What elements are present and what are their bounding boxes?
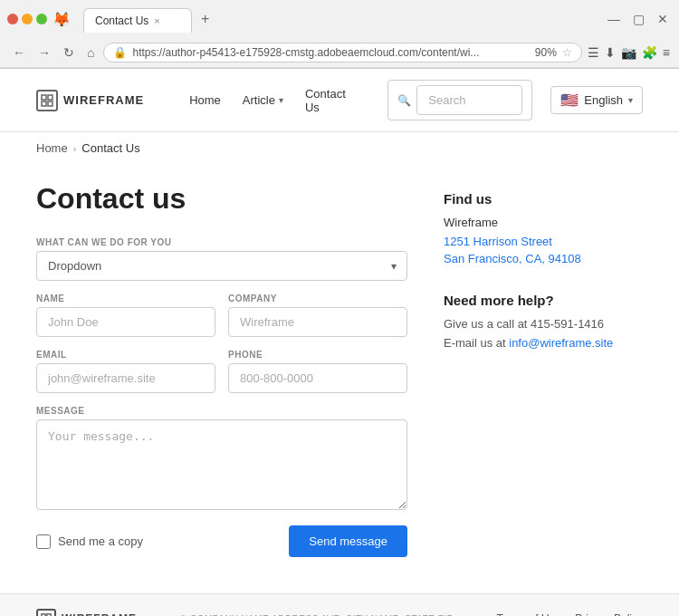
url-bar[interactable]: 🔒 https://author-p45413-e175928-cmstg.ad… [103, 43, 581, 63]
svg-rect-3 [48, 101, 53, 106]
download-icon[interactable]: ⬇ [605, 45, 616, 60]
window-close-btn[interactable]: ✕ [654, 10, 672, 28]
logo-box [36, 90, 58, 111]
what-can-we-do-group: WHAT CAN WE DO FOR YOU Dropdown [36, 237, 407, 281]
send-copy-checkbox[interactable] [36, 534, 51, 549]
active-tab[interactable]: Contact Us × [83, 8, 192, 33]
search-input[interactable] [416, 85, 522, 115]
svg-rect-1 [48, 95, 53, 100]
footer-logo-text: WIREFRAME [62, 612, 137, 616]
nav-home[interactable]: Home [180, 88, 230, 112]
phone-label: PHONE [228, 350, 407, 360]
window-restore-btn[interactable]: ▢ [629, 10, 648, 28]
tab-title: Contact Us [95, 14, 148, 27]
lang-dropdown-arrow: ▾ [628, 95, 633, 105]
email-input[interactable] [36, 363, 215, 393]
email-text: E-mail us at info@wireframe.site [444, 336, 643, 350]
find-us-section: Find us Wireframe 1251 Harrison Street S… [444, 191, 643, 265]
message-label: MESSAGE [36, 406, 407, 416]
svg-rect-2 [42, 101, 46, 106]
terms-link[interactable]: Terms of Use [497, 612, 561, 616]
search-box[interactable]: 🔍 [387, 80, 532, 120]
what-can-we-do-dropdown[interactable]: Dropdown [36, 251, 407, 281]
menu-icon[interactable]: ≡ [663, 45, 670, 60]
form-actions: Send me a copy Send message [36, 525, 407, 557]
home-btn[interactable]: ⌂ [83, 43, 98, 62]
forward-btn[interactable]: → [34, 43, 54, 62]
name-label: NAME [36, 294, 215, 303]
phone-group: PHONE [228, 350, 407, 393]
browser-chrome: 🦊 Contact Us × + — ▢ ✕ ← → ↻ ⌂ 🔒 https:/… [0, 0, 679, 69]
email-prefix: E-mail us at [444, 336, 509, 350]
sidebar-address-line1[interactable]: 1251 Harrison Street [444, 235, 643, 248]
star-icon[interactable]: ☆ [562, 46, 572, 59]
nav-contact[interactable]: Contact Us [296, 82, 369, 120]
footer-logo-box [36, 609, 56, 616]
breadcrumb-home[interactable]: Home [36, 141, 68, 155]
find-us-title: Find us [444, 191, 643, 207]
company-group: COMPANY [228, 294, 407, 337]
bookmarks-icon[interactable]: ☰ [588, 45, 599, 60]
footer-logo: WIREFRAME [36, 609, 137, 616]
svg-rect-0 [42, 95, 46, 100]
email-group: EMAIL [36, 350, 215, 393]
what-can-we-do-label: WHAT CAN WE DO FOR YOU [36, 237, 407, 247]
reload-btn[interactable]: ↻ [60, 43, 78, 62]
contact-form-section: Contact us WHAT CAN WE DO FOR YOU Dropdo… [36, 182, 407, 557]
email-phone-row: EMAIL PHONE [36, 350, 407, 393]
traffic-close[interactable] [7, 14, 18, 24]
zoom-level: 90% [535, 46, 557, 59]
site-nav: Home Article ▾ Contact Us [180, 82, 369, 120]
window-controls: — ▢ ✕ [604, 10, 672, 28]
name-input[interactable] [36, 307, 215, 337]
nav-article[interactable]: Article ▾ [234, 88, 292, 112]
language-label: English [584, 93, 623, 107]
flag-icon: 🇺🇸 [560, 91, 579, 109]
back-btn[interactable]: ← [9, 43, 29, 62]
message-input[interactable] [36, 419, 407, 510]
tab-close-btn[interactable]: × [154, 15, 159, 26]
url-text: https://author-p45413-e175928-cmstg.adob… [132, 46, 479, 59]
breadcrumb-separator: › [73, 143, 77, 154]
sidebar-address-line2[interactable]: San Francisco, CA, 94108 [444, 252, 643, 265]
sidebar-company: Wireframe [444, 216, 643, 229]
company-input[interactable] [228, 307, 407, 337]
toolbar-icons: ☰ ⬇ 📷 🧩 ≡ [588, 45, 670, 60]
search-icon: 🔍 [397, 94, 411, 107]
browser-top-bar: 🦊 Contact Us × + — ▢ ✕ [0, 0, 679, 38]
site-logo[interactable]: WIREFRAME [36, 90, 144, 111]
site-footer: WIREFRAME © COMPANY NAME ADDRESS AVE, CI… [0, 593, 679, 616]
phone-input[interactable] [228, 363, 407, 393]
what-can-we-do-dropdown-wrapper: Dropdown [36, 251, 407, 281]
new-tab-btn[interactable]: + [192, 5, 218, 33]
site-header: WIREFRAME Home Article ▾ Contact Us 🔍 🇺🇸… [0, 69, 679, 132]
email-label: EMAIL [36, 350, 215, 360]
traffic-min[interactable] [22, 14, 33, 24]
email-link[interactable]: info@wireframe.site [509, 336, 613, 350]
tab-bar: Contact Us × + [76, 5, 598, 33]
call-text: Give us a call at 415-591-1416 [444, 317, 643, 331]
privacy-link[interactable]: Privacy Policy [575, 612, 643, 616]
browser-traffic [7, 14, 47, 24]
footer-links: Terms of Use Privacy Policy [497, 612, 643, 616]
article-dropdown-arrow: ▾ [279, 95, 283, 105]
logo-text: WIREFRAME [63, 93, 144, 107]
name-group: NAME [36, 294, 215, 337]
breadcrumb-current: Contact Us [81, 141, 139, 155]
send-copy-label[interactable]: Send me a copy [36, 534, 143, 549]
main-content: Contact us WHAT CAN WE DO FOR YOU Dropdo… [0, 164, 679, 593]
traffic-max[interactable] [36, 14, 47, 24]
firefox-icon: 🦊 [53, 11, 71, 28]
extensions-icon[interactable]: 🧩 [642, 45, 657, 60]
page-title: Contact us [36, 182, 407, 216]
need-help-title: Need more help? [444, 293, 643, 308]
lock-icon: 🔒 [113, 46, 127, 59]
send-message-button[interactable]: Send message [289, 525, 407, 557]
company-label: COMPANY [228, 294, 407, 303]
need-help-section: Need more help? Give us a call at 415-59… [444, 293, 643, 350]
window-min-btn[interactable]: — [604, 10, 624, 28]
message-group: MESSAGE [36, 406, 407, 513]
screenshot-icon[interactable]: 📷 [621, 45, 636, 60]
language-selector[interactable]: 🇺🇸 English ▾ [550, 86, 643, 114]
breadcrumb: Home › Contact Us [0, 132, 679, 164]
